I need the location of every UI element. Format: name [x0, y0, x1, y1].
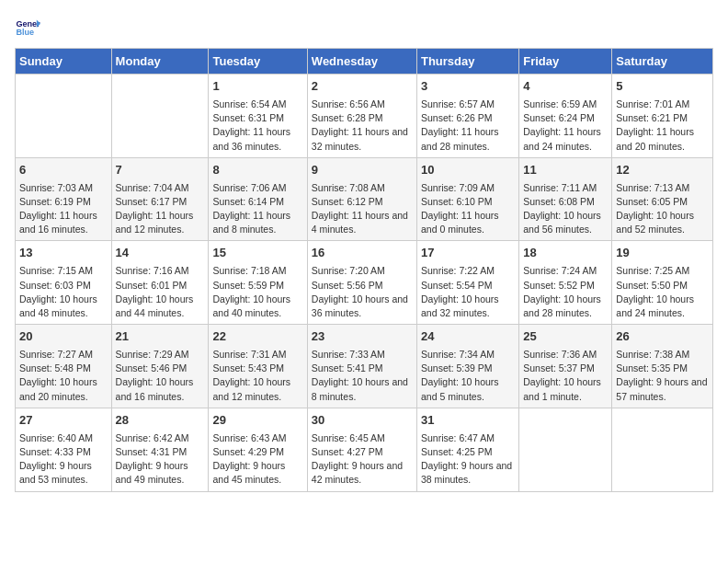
day-number: 21	[116, 328, 205, 346]
day-number: 29	[212, 412, 302, 430]
day-info: Sunrise: 7:01 AM Sunset: 6:21 PM Dayligh…	[616, 98, 709, 154]
day-info: Sunrise: 7:33 AM Sunset: 5:41 PM Dayligh…	[312, 348, 413, 404]
day-info: Sunrise: 7:38 AM Sunset: 5:35 PM Dayligh…	[616, 348, 709, 404]
week-row-1: 1Sunrise: 6:54 AM Sunset: 6:31 PM Daylig…	[16, 75, 713, 158]
day-number: 24	[421, 328, 515, 346]
calendar-cell: 25Sunrise: 7:36 AM Sunset: 5:37 PM Dayli…	[519, 325, 612, 408]
header-wednesday: Wednesday	[307, 49, 416, 75]
day-info: Sunrise: 7:36 AM Sunset: 5:37 PM Dayligh…	[523, 348, 608, 404]
calendar-cell	[612, 408, 713, 491]
day-info: Sunrise: 7:29 AM Sunset: 5:46 PM Dayligh…	[116, 348, 205, 404]
calendar-cell: 31Sunrise: 6:47 AM Sunset: 4:25 PM Dayli…	[416, 408, 518, 491]
day-info: Sunrise: 7:15 AM Sunset: 6:03 PM Dayligh…	[19, 264, 108, 320]
header-friday: Friday	[519, 49, 612, 75]
calendar-cell: 2Sunrise: 6:56 AM Sunset: 6:28 PM Daylig…	[307, 75, 416, 158]
week-row-2: 6Sunrise: 7:03 AM Sunset: 6:19 PM Daylig…	[16, 157, 713, 241]
day-number: 12	[616, 162, 709, 179]
day-info: Sunrise: 7:22 AM Sunset: 5:54 PM Dayligh…	[421, 264, 515, 320]
day-number: 2	[312, 78, 413, 96]
calendar-cell: 21Sunrise: 7:29 AM Sunset: 5:46 PM Dayli…	[111, 325, 209, 408]
day-info: Sunrise: 7:27 AM Sunset: 5:48 PM Dayligh…	[19, 348, 108, 404]
day-number: 11	[523, 162, 608, 179]
day-number: 27	[19, 412, 108, 430]
calendar-cell	[16, 75, 112, 158]
page-header: General Blue	[15, 15, 713, 40]
calendar-cell: 27Sunrise: 6:40 AM Sunset: 4:33 PM Dayli…	[16, 408, 112, 491]
day-number: 3	[421, 78, 515, 96]
day-number: 30	[312, 412, 413, 430]
header-tuesday: Tuesday	[209, 49, 307, 75]
day-number: 6	[19, 162, 108, 179]
day-info: Sunrise: 7:03 AM Sunset: 6:19 PM Dayligh…	[19, 181, 108, 237]
day-number: 28	[116, 412, 205, 430]
calendar-cell: 26Sunrise: 7:38 AM Sunset: 5:35 PM Dayli…	[612, 325, 713, 408]
calendar-cell: 3Sunrise: 6:57 AM Sunset: 6:26 PM Daylig…	[416, 75, 518, 158]
day-number: 16	[312, 245, 413, 262]
calendar-cell: 9Sunrise: 7:08 AM Sunset: 6:12 PM Daylig…	[307, 157, 416, 241]
day-info: Sunrise: 7:16 AM Sunset: 6:01 PM Dayligh…	[116, 264, 205, 320]
header-thursday: Thursday	[416, 49, 518, 75]
svg-text:Blue: Blue	[16, 28, 34, 37]
calendar-cell: 20Sunrise: 7:27 AM Sunset: 5:48 PM Dayli…	[16, 325, 112, 408]
day-number: 26	[616, 328, 709, 346]
calendar-table: SundayMondayTuesdayWednesdayThursdayFrid…	[15, 48, 713, 492]
day-info: Sunrise: 7:31 AM Sunset: 5:43 PM Dayligh…	[212, 348, 302, 404]
header-sunday: Sunday	[16, 49, 112, 75]
day-info: Sunrise: 7:25 AM Sunset: 5:50 PM Dayligh…	[616, 264, 709, 320]
day-number: 9	[312, 162, 413, 179]
calendar-cell	[519, 408, 612, 491]
calendar-cell: 23Sunrise: 7:33 AM Sunset: 5:41 PM Dayli…	[307, 325, 416, 408]
calendar-cell: 6Sunrise: 7:03 AM Sunset: 6:19 PM Daylig…	[16, 157, 112, 241]
calendar-cell: 11Sunrise: 7:11 AM Sunset: 6:08 PM Dayli…	[519, 157, 612, 241]
day-info: Sunrise: 6:42 AM Sunset: 4:31 PM Dayligh…	[116, 431, 205, 488]
calendar-cell: 16Sunrise: 7:20 AM Sunset: 5:56 PM Dayli…	[307, 241, 416, 325]
day-info: Sunrise: 6:40 AM Sunset: 4:33 PM Dayligh…	[19, 431, 108, 488]
day-number: 22	[212, 328, 302, 346]
calendar-cell: 30Sunrise: 6:45 AM Sunset: 4:27 PM Dayli…	[307, 408, 416, 491]
day-info: Sunrise: 7:08 AM Sunset: 6:12 PM Dayligh…	[312, 181, 413, 237]
day-number: 13	[19, 245, 108, 262]
week-row-3: 13Sunrise: 7:15 AM Sunset: 6:03 PM Dayli…	[16, 241, 713, 325]
header-monday: Monday	[111, 49, 209, 75]
day-number: 20	[19, 328, 108, 346]
day-number: 1	[212, 78, 302, 96]
day-info: Sunrise: 6:47 AM Sunset: 4:25 PM Dayligh…	[421, 431, 515, 488]
calendar-cell: 22Sunrise: 7:31 AM Sunset: 5:43 PM Dayli…	[209, 325, 307, 408]
calendar-cell: 1Sunrise: 6:54 AM Sunset: 6:31 PM Daylig…	[209, 75, 307, 158]
calendar-cell: 15Sunrise: 7:18 AM Sunset: 5:59 PM Dayli…	[209, 241, 307, 325]
calendar-cell: 24Sunrise: 7:34 AM Sunset: 5:39 PM Dayli…	[416, 325, 518, 408]
day-number: 4	[523, 78, 608, 96]
day-number: 17	[421, 245, 515, 262]
calendar-cell: 7Sunrise: 7:04 AM Sunset: 6:17 PM Daylig…	[111, 157, 209, 241]
day-number: 23	[312, 328, 413, 346]
day-info: Sunrise: 7:09 AM Sunset: 6:10 PM Dayligh…	[421, 181, 515, 237]
day-number: 5	[616, 78, 709, 96]
day-info: Sunrise: 6:43 AM Sunset: 4:29 PM Dayligh…	[212, 431, 302, 488]
day-info: Sunrise: 6:54 AM Sunset: 6:31 PM Dayligh…	[212, 98, 302, 154]
header-saturday: Saturday	[612, 49, 713, 75]
calendar-cell: 28Sunrise: 6:42 AM Sunset: 4:31 PM Dayli…	[111, 408, 209, 491]
week-row-5: 27Sunrise: 6:40 AM Sunset: 4:33 PM Dayli…	[16, 408, 713, 491]
calendar-cell: 4Sunrise: 6:59 AM Sunset: 6:24 PM Daylig…	[519, 75, 612, 158]
day-info: Sunrise: 7:11 AM Sunset: 6:08 PM Dayligh…	[523, 181, 608, 237]
day-info: Sunrise: 7:24 AM Sunset: 5:52 PM Dayligh…	[523, 264, 608, 320]
calendar-header-row: SundayMondayTuesdayWednesdayThursdayFrid…	[16, 49, 713, 75]
day-number: 25	[523, 328, 608, 346]
week-row-4: 20Sunrise: 7:27 AM Sunset: 5:48 PM Dayli…	[16, 325, 713, 408]
day-number: 31	[421, 412, 515, 430]
calendar-cell: 14Sunrise: 7:16 AM Sunset: 6:01 PM Dayli…	[111, 241, 209, 325]
day-number: 10	[421, 162, 515, 179]
day-number: 14	[116, 245, 205, 262]
calendar-cell: 8Sunrise: 7:06 AM Sunset: 6:14 PM Daylig…	[209, 157, 307, 241]
calendar-cell: 19Sunrise: 7:25 AM Sunset: 5:50 PM Dayli…	[612, 241, 713, 325]
day-info: Sunrise: 7:06 AM Sunset: 6:14 PM Dayligh…	[212, 181, 302, 237]
day-info: Sunrise: 7:13 AM Sunset: 6:05 PM Dayligh…	[616, 181, 709, 237]
calendar-cell: 10Sunrise: 7:09 AM Sunset: 6:10 PM Dayli…	[416, 157, 518, 241]
day-number: 15	[212, 245, 302, 262]
day-info: Sunrise: 6:56 AM Sunset: 6:28 PM Dayligh…	[312, 98, 413, 154]
day-number: 18	[523, 245, 608, 262]
day-info: Sunrise: 6:57 AM Sunset: 6:26 PM Dayligh…	[421, 98, 515, 154]
day-number: 7	[116, 162, 205, 179]
logo: General Blue	[15, 15, 44, 40]
day-number: 19	[616, 245, 709, 262]
